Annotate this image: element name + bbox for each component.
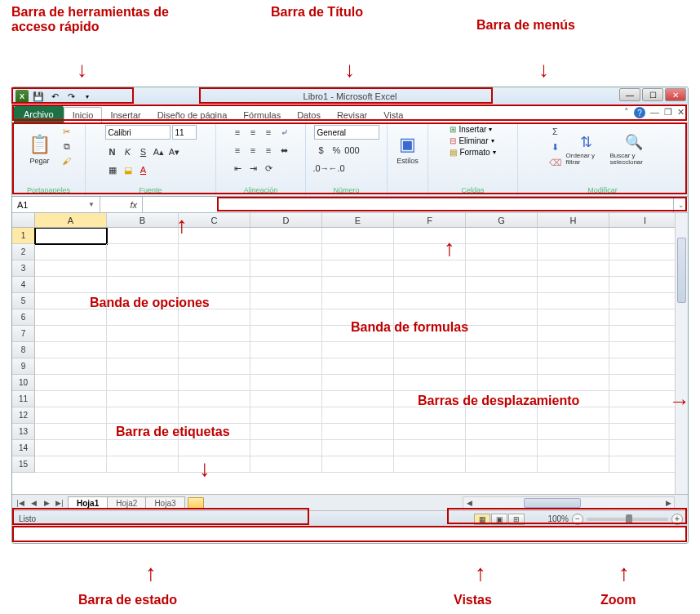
row-header[interactable]: 14: [12, 440, 35, 456]
cell[interactable]: [538, 440, 609, 456]
cell[interactable]: [250, 244, 322, 260]
cell[interactable]: [466, 440, 538, 456]
cell[interactable]: [609, 440, 681, 456]
cell[interactable]: [35, 326, 107, 342]
cell[interactable]: [107, 407, 179, 424]
cell[interactable]: [466, 244, 538, 260]
cell[interactable]: [538, 244, 609, 260]
cell[interactable]: [35, 358, 107, 375]
cell[interactable]: [179, 375, 250, 391]
row-header[interactable]: 4: [12, 277, 35, 293]
cell[interactable]: [466, 277, 538, 293]
cell[interactable]: [609, 456, 681, 473]
cell[interactable]: [394, 456, 466, 473]
cell[interactable]: [394, 342, 466, 358]
cell[interactable]: [250, 228, 322, 244]
cell[interactable]: [394, 424, 466, 440]
new-sheet-button[interactable]: [188, 497, 204, 509]
cell[interactable]: [179, 456, 250, 473]
cell[interactable]: [609, 342, 681, 358]
cell[interactable]: [538, 326, 609, 342]
close-button[interactable]: ✕: [665, 88, 686, 101]
cell[interactable]: [538, 375, 609, 391]
cell[interactable]: [35, 244, 107, 260]
cell[interactable]: [250, 456, 322, 473]
hscroll-right-icon[interactable]: ▶: [662, 499, 674, 507]
cell[interactable]: [179, 342, 250, 358]
cell[interactable]: [107, 309, 179, 326]
minimize-button[interactable]: —: [619, 88, 640, 101]
cell[interactable]: [250, 424, 322, 440]
cell[interactable]: [538, 260, 609, 277]
row-header[interactable]: 2: [12, 244, 35, 260]
cell[interactable]: [107, 326, 179, 342]
cell[interactable]: [35, 424, 107, 440]
cell[interactable]: [250, 391, 322, 407]
cell[interactable]: [179, 391, 250, 407]
hscroll-track[interactable]: [475, 497, 662, 509]
cell[interactable]: [35, 260, 107, 277]
cell[interactable]: [35, 391, 107, 407]
cell[interactable]: [179, 244, 250, 260]
row-header[interactable]: 3: [12, 260, 35, 277]
cell[interactable]: [250, 342, 322, 358]
cell[interactable]: [35, 228, 107, 244]
cell[interactable]: [609, 309, 681, 326]
cell[interactable]: [609, 293, 681, 309]
cell[interactable]: [394, 440, 466, 456]
row-header[interactable]: 8: [12, 342, 35, 358]
cell[interactable]: [322, 358, 394, 375]
cell[interactable]: [538, 456, 609, 473]
cell[interactable]: [394, 260, 466, 277]
fx-button[interactable]: fx: [130, 200, 137, 210]
row-header[interactable]: 7: [12, 326, 35, 342]
row-header[interactable]: 10: [12, 375, 35, 391]
cell[interactable]: [107, 342, 179, 358]
cell[interactable]: [250, 407, 322, 424]
cell[interactable]: [466, 358, 538, 375]
cell[interactable]: [35, 407, 107, 424]
cell[interactable]: [250, 293, 322, 309]
column-header-i[interactable]: I: [609, 213, 681, 227]
row-header[interactable]: 12: [12, 407, 35, 424]
cell[interactable]: [250, 358, 322, 375]
cell[interactable]: [322, 440, 394, 456]
cell[interactable]: [250, 260, 322, 277]
cell[interactable]: [179, 407, 250, 424]
row-header[interactable]: 11: [12, 391, 35, 407]
cell[interactable]: [179, 228, 250, 244]
column-header-b[interactable]: B: [107, 213, 179, 227]
cell[interactable]: [107, 440, 179, 456]
select-all-corner[interactable]: [12, 213, 35, 227]
row-header[interactable]: 13: [12, 424, 35, 440]
cell[interactable]: [179, 309, 250, 326]
hscroll-thumb[interactable]: [524, 498, 581, 508]
cell[interactable]: [394, 293, 466, 309]
cell[interactable]: [322, 342, 394, 358]
cell[interactable]: [107, 456, 179, 473]
cell[interactable]: [107, 358, 179, 375]
cell[interactable]: [250, 309, 322, 326]
name-box-dropdown-icon[interactable]: ▼: [88, 201, 95, 208]
cell[interactable]: [609, 326, 681, 342]
column-header-c[interactable]: C: [179, 213, 250, 227]
cell[interactable]: [466, 309, 538, 326]
row-header[interactable]: 1: [12, 228, 35, 244]
cell[interactable]: [466, 326, 538, 342]
row-header[interactable]: 5: [12, 293, 35, 309]
column-header-h[interactable]: H: [538, 213, 609, 227]
column-header-g[interactable]: G: [466, 213, 538, 227]
vertical-scrollbar[interactable]: [675, 213, 688, 494]
cell[interactable]: [609, 424, 681, 440]
cell[interactable]: [609, 358, 681, 375]
cell[interactable]: [322, 228, 394, 244]
cell[interactable]: [322, 293, 394, 309]
column-header-d[interactable]: D: [250, 213, 322, 227]
vscroll-thumb[interactable]: [677, 238, 686, 303]
name-box[interactable]: A1 ▼: [12, 197, 100, 212]
column-header-a[interactable]: A: [35, 213, 107, 227]
cell[interactable]: [107, 277, 179, 293]
cell[interactable]: [107, 228, 179, 244]
column-header-e[interactable]: E: [322, 213, 394, 227]
cell[interactable]: [466, 260, 538, 277]
